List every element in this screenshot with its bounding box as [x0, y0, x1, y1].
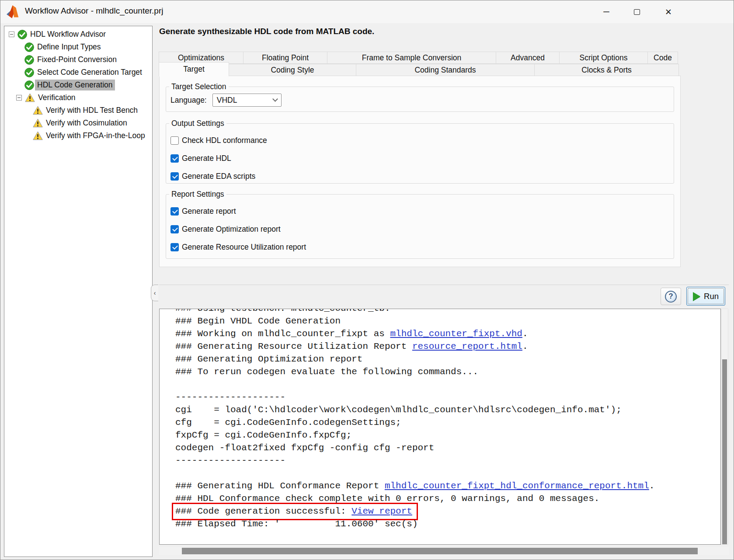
generate-hdl-row: Generate HDL [170, 153, 669, 164]
generated-vhd-link[interactable]: mlhdlc_counter_fixpt.vhd [390, 329, 522, 339]
tree-item-label-selected: HDL Code Generation [35, 80, 115, 90]
collapse-expander-icon[interactable] [9, 31, 14, 37]
tree-item-label: Verification [38, 93, 76, 102]
warning-triangle-icon [33, 106, 43, 115]
tree-item-label: Verify with Cosimulation [46, 118, 127, 128]
tab-coding-style[interactable]: Coding Style [229, 64, 356, 77]
log-line [175, 467, 720, 480]
tab-floating-point[interactable]: Floating Point [243, 52, 327, 64]
window-title: Workflow Advisor - mlhdlc_counter.prj [25, 6, 163, 16]
log-line: fxpCfg = cgi.CodeGenInfo.fxpCfg; [175, 429, 720, 442]
target-selection-group: Target Selection Language: VHDL [166, 82, 674, 112]
language-select-value: VHDL [217, 96, 237, 105]
passed-check-icon [24, 42, 34, 52]
group-legend: Report Settings [169, 190, 226, 199]
tab-coding-standards[interactable]: Coding Standards [356, 64, 535, 77]
generate-resource-utilization-report-row: Generate Resource Utilization report [170, 241, 669, 253]
warning-triangle-icon [25, 93, 35, 102]
warning-triangle-icon [33, 118, 43, 128]
code-generation-log: ### Using testbench: mlhdlc_counter_tb. … [159, 309, 721, 545]
generate-hdl-checkbox[interactable] [170, 154, 179, 163]
generate-eda-scripts-checkbox[interactable] [170, 172, 179, 181]
passed-check-icon [17, 30, 27, 39]
log-line: ### Elapsed Time: ' 11.0600' sec(s) [175, 518, 720, 530]
log-line: cgi = load('C:\hdlcoder\work\codegen\mlh… [175, 403, 720, 416]
log-line: ### Generating Resource Utilization Repo… [175, 340, 720, 353]
checkbox-label: Check HDL conformance [182, 136, 267, 145]
tab-advanced[interactable]: Advanced [496, 52, 560, 64]
generate-report-row: Generate report [170, 205, 669, 217]
generate-optimization-report-checkbox[interactable] [170, 225, 179, 233]
log-line: -------------------- [175, 454, 720, 467]
tree-item-label: Fixed-Point Conversion [37, 55, 117, 64]
log-line: ### Generating HDL Conformance Report ml… [175, 480, 720, 492]
run-button[interactable]: Run [686, 287, 725, 306]
vertical-scrollbar[interactable] [721, 309, 728, 545]
tab-row-2: Target Coding Style Coding Standards Clo… [159, 64, 681, 77]
tab-frame-to-sample-conversion[interactable]: Frame to Sample Conversion [327, 52, 496, 64]
warning-triangle-icon [33, 131, 43, 140]
log-line [175, 378, 720, 391]
tree-item-label: Verify with HDL Test Bench [46, 106, 138, 115]
log-line: ### Using testbench: mlhdlc_counter_tb. [175, 309, 720, 315]
output-settings-group: Output Settings Check HDL conformance Ge… [166, 119, 674, 184]
tree-item-hdl-code-generation[interactable]: HDL Code Generation [4, 79, 152, 91]
log-line: codegen -float2fixed fxpCfg -config cfg … [175, 442, 720, 454]
horizontal-scrollbar[interactable] [159, 547, 729, 555]
tab-script-options[interactable]: Script Options [559, 52, 648, 64]
log-line: ### Generating Optimization report [175, 353, 720, 365]
conformance-report-link[interactable]: mlhdlc_counter_fixpt_hdl_conformance_rep… [385, 481, 649, 491]
log-line: -------------------- [175, 391, 720, 403]
generate-eda-scripts-row: Generate EDA scripts [170, 170, 669, 182]
checkbox-label: Generate EDA scripts [182, 172, 255, 181]
log-line-success: ### Code generation successful: View rep… [175, 505, 720, 518]
tab-clocks-and-ports[interactable]: Clocks & Ports [534, 64, 679, 77]
tree-item-verification[interactable]: Verification [4, 91, 152, 104]
tree-item-verify-with-cosimulation[interactable]: Verify with Cosimulation [4, 117, 152, 129]
horizontal-scrollbar-thumb[interactable] [182, 548, 698, 554]
group-legend: Target Selection [169, 82, 229, 91]
minimize-button[interactable]: ─ [596, 3, 617, 21]
workflow-advisor-window: Workflow Advisor - mlhdlc_counter.prj ─ … [0, 0, 734, 560]
play-icon [693, 292, 700, 301]
log-line: ### Begin VHDL Code Generation [175, 315, 720, 327]
collapse-expander-icon[interactable] [16, 95, 22, 101]
check-hdl-conformance-checkbox[interactable] [170, 136, 179, 145]
target-tab-panel: Target Selection Language: VHDL Output S… [159, 76, 681, 267]
passed-check-icon [24, 68, 34, 77]
maximize-icon [634, 9, 640, 15]
language-row: Language: VHDL [170, 94, 669, 107]
matlab-logo-icon [7, 5, 21, 19]
minimize-icon: ─ [603, 7, 609, 17]
vertical-scrollbar-thumb[interactable] [722, 359, 727, 544]
tree-item-fixed-point-conversion[interactable]: Fixed-Point Conversion [4, 53, 152, 66]
tree-item-label: Select Code Generation Target [37, 68, 142, 77]
tree-item-define-input-types[interactable]: Define Input Types [4, 41, 152, 53]
tree-item-label: Define Input Types [37, 42, 101, 52]
tree-item-hdl-workflow-advisor[interactable]: HDL Workflow Advisor [4, 28, 152, 41]
tree-item-verify-with-fpga-in-the-loop[interactable]: Verify with FPGA-in-the-Loop [4, 129, 152, 142]
tab-target[interactable]: Target [159, 62, 229, 77]
help-button[interactable]: ? [661, 288, 681, 305]
tab-code[interactable]: Code [647, 52, 678, 64]
group-legend: Output Settings [169, 119, 226, 128]
tree-item-verify-with-hdl-test-bench[interactable]: Verify with HDL Test Bench [4, 104, 152, 117]
log-line: cfg = cgi.CodeGenInfo.codegenSettings; [175, 416, 720, 429]
generate-optimization-report-row: Generate Optimization report [170, 223, 669, 235]
maximize-button[interactable] [626, 3, 647, 21]
report-settings-group: Report Settings Generate report Generate… [166, 190, 674, 259]
log-line: ### Working on mlhdlc_counter_fixpt as m… [175, 327, 720, 340]
checkbox-label: Generate report [182, 207, 236, 216]
resource-report-link[interactable]: resource_report.html [412, 341, 522, 351]
view-report-link[interactable]: View report [351, 506, 412, 516]
language-select[interactable]: VHDL [212, 94, 282, 107]
generate-report-checkbox[interactable] [170, 207, 179, 216]
checkbox-label: Generate Resource Utilization report [182, 243, 306, 252]
workflow-tree-panel: HDL Workflow Advisor Define Input Types … [4, 26, 153, 557]
panel-collapse-handle[interactable]: ‹ [151, 285, 158, 301]
tree-item-select-code-generation-target[interactable]: Select Code Generation Target [4, 66, 152, 79]
close-button[interactable]: ✕ [658, 3, 679, 21]
passed-check-icon [24, 55, 34, 65]
generate-resource-utilization-report-checkbox[interactable] [170, 243, 179, 251]
title-bar: Workflow Advisor - mlhdlc_counter.prj ─ … [0, 0, 734, 23]
